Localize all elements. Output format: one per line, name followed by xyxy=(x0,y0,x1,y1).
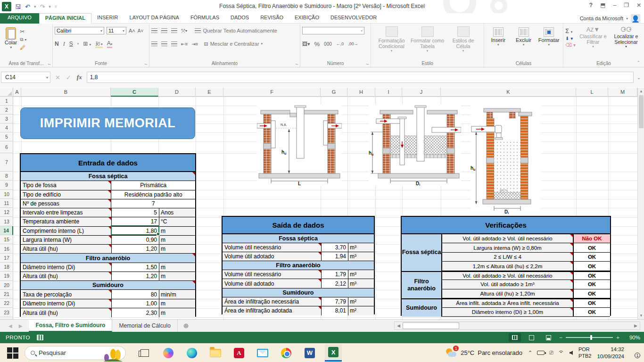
verif-status-ok[interactable]: OK xyxy=(574,243,610,252)
align-middle-icon[interactable] xyxy=(161,28,167,33)
paste-button[interactable]: Colar▾ xyxy=(2,25,20,51)
column-header-K[interactable]: K xyxy=(441,88,576,97)
volume-icon[interactable] xyxy=(570,351,573,355)
entrada-label[interactable]: Tipo de edifício xyxy=(21,190,111,199)
help-icon[interactable]: ? xyxy=(589,2,593,8)
selected-cell-C14[interactable] xyxy=(111,225,159,235)
tray-expand-icon[interactable]: ⌃ xyxy=(528,350,532,356)
underline-button[interactable]: S xyxy=(69,41,73,47)
column-header-D[interactable]: D xyxy=(158,88,196,97)
language-indicator[interactable]: POR PTB2 xyxy=(578,346,592,360)
column-header-L[interactable]: L xyxy=(576,88,608,97)
zoom-in-icon[interactable]: + xyxy=(616,335,619,340)
fill-icon[interactable]: ⬇ ▾ xyxy=(565,36,576,41)
verif-criterion[interactable]: Altura útil (hu) ≥ 1,20m xyxy=(442,289,574,298)
entrada-unit[interactable]: m xyxy=(159,272,195,280)
insert-cells-button[interactable]: Inserir▾ xyxy=(486,27,511,47)
entrada-unit[interactable]: °C xyxy=(159,217,195,226)
wrap-text-button[interactable]: Quebrar Texto Automaticamente xyxy=(195,28,277,33)
row-header-19[interactable]: 19 xyxy=(0,272,13,280)
entrada-label[interactable]: Intervalo entre limpezas xyxy=(21,208,112,217)
fill-color-icon[interactable]: 🝳▾ xyxy=(95,40,103,48)
scroll-right-icon[interactable]: ▶ xyxy=(632,322,640,329)
vertical-scroll-thumb[interactable] xyxy=(639,95,644,128)
sheet-nav-left-icon[interactable]: ◀ xyxy=(8,323,12,329)
row-header-3[interactable]: 3 xyxy=(0,115,13,123)
number-dialog-launcher-icon[interactable]: ⌙ xyxy=(366,62,369,66)
ribbon-tab-arquivo[interactable]: ARQUIVO xyxy=(0,13,39,24)
column-header-H[interactable]: H xyxy=(347,88,375,97)
row-header-5[interactable]: 5 xyxy=(0,132,13,141)
row-header-17[interactable]: 17 xyxy=(0,254,13,263)
battery-icon[interactable] xyxy=(537,351,545,355)
decrease-decimal-icon[interactable]: ,00→ xyxy=(348,41,358,46)
entrada-value[interactable]: 0,90 xyxy=(112,236,159,244)
taskbar-search[interactable]: Pesquisar xyxy=(25,346,126,360)
entrada-value[interactable]: 7 xyxy=(111,199,195,208)
autosum-icon[interactable]: Σ ▾ xyxy=(565,27,576,34)
verif-status-ok[interactable]: OK xyxy=(574,280,610,288)
row-header-18[interactable]: 18 xyxy=(0,263,13,272)
shrink-font-icon[interactable]: A˅ xyxy=(138,28,144,33)
number-format-select[interactable]: ▾ xyxy=(302,27,364,34)
saida-unit[interactable]: m³ xyxy=(348,270,374,279)
verif-criterion[interactable]: Largura interna (W) ≥ 0,80m xyxy=(442,243,574,252)
entrada-unit[interactable]: m xyxy=(159,308,195,317)
verif-criterion[interactable]: Área infilt. adotada ≥ Área infilt. nece… xyxy=(442,299,574,307)
row-header-14[interactable]: 14 xyxy=(0,226,13,235)
column-header-B[interactable]: B xyxy=(21,88,111,97)
verif-status-ok[interactable]: OK xyxy=(574,253,610,261)
entrada-unit[interactable]: Anos xyxy=(159,208,195,217)
zoom-percent[interactable]: 90% xyxy=(624,335,640,340)
expand-formula-bar-icon[interactable]: ⌄ xyxy=(634,75,644,80)
entrada-label[interactable]: Altura útil (hu) xyxy=(21,245,112,253)
saida-unit[interactable]: m³ xyxy=(348,243,374,252)
entrada-value[interactable]: Prismática xyxy=(111,181,195,189)
saida-unit[interactable]: m³ xyxy=(348,279,374,288)
column-header-I[interactable]: I xyxy=(375,88,402,97)
row-header-23[interactable]: 23 xyxy=(0,308,13,317)
entrada-label[interactable]: Temperatura ambiente xyxy=(21,217,112,226)
imprimir-memorial-button[interactable]: IMPRIMIR MEMORIAL xyxy=(20,107,195,139)
start-button[interactable] xyxy=(7,347,19,359)
increase-decimal-icon[interactable]: ←,0 xyxy=(336,41,344,46)
mail-button[interactable] xyxy=(254,345,271,362)
row-header-6[interactable]: 6 xyxy=(0,141,13,153)
font-color-icon[interactable]: A▾ xyxy=(107,40,113,48)
zoom-slider[interactable]: − + xyxy=(560,335,619,340)
saida-unit[interactable]: m² xyxy=(348,306,374,315)
font-size-select[interactable]: 11▾ xyxy=(107,27,126,34)
verif-criterion[interactable]: 1,2m ≤ Altura útil (hu) ≤ 2,2m xyxy=(442,262,574,270)
ribbon-tab-inserir[interactable]: INSERIR xyxy=(91,13,124,24)
row-header-16[interactable]: 16 xyxy=(0,244,13,253)
ribbon-tab-exibição[interactable]: EXIBIÇÃO xyxy=(289,13,325,24)
row-header-21[interactable]: 21 xyxy=(0,290,13,299)
saida-label[interactable]: Volume útil necessário xyxy=(223,243,322,252)
entrada-label[interactable]: Altura útil (hu) xyxy=(21,308,112,317)
sort-filter-button[interactable]: AZ▼ Classificar e Filtrar▾ xyxy=(578,26,608,49)
decrease-indent-icon[interactable]: ⇤≡ xyxy=(181,41,188,47)
copy-icon[interactable]: ⧉ ▾ xyxy=(20,37,26,42)
page-break-view-button[interactable] xyxy=(543,333,555,342)
ribbon-tab-página-inicial[interactable]: PÁGINA INICIAL xyxy=(39,13,91,24)
row-header-4[interactable]: 4 xyxy=(0,123,13,132)
notification-center-button[interactable]: 1 xyxy=(630,349,639,357)
row-header-2[interactable]: 2 xyxy=(0,106,13,115)
ribbon-tab-fórmulas[interactable]: FÓRMULAS xyxy=(185,13,225,24)
entrada-label[interactable]: Altura útil (hu) xyxy=(21,272,112,280)
sheet-nav-right-icon[interactable]: ▶ xyxy=(19,323,23,329)
bold-button[interactable]: N xyxy=(55,41,59,47)
orientation-icon[interactable]: ⤧▾ xyxy=(181,28,187,34)
saida-value[interactable]: 7,79 xyxy=(322,297,348,306)
verif-status-ok[interactable]: OK xyxy=(574,262,610,270)
entrada-value[interactable]: 1,20 xyxy=(112,245,159,253)
entrada-value[interactable]: 5 xyxy=(112,208,159,217)
entrada-label[interactable]: Diâmetro interno (Di) xyxy=(21,263,112,272)
scroll-left-icon[interactable]: ◀ xyxy=(395,322,403,329)
saida-section-filtro-anaeróbio[interactable]: Filtro anaeróbio xyxy=(223,261,374,270)
format-painter-icon[interactable]: 🖉 xyxy=(20,44,26,51)
verif-status-ok[interactable]: OK xyxy=(574,308,610,316)
conditional-formatting-button[interactable]: Formatação Condicional▾ xyxy=(375,26,409,53)
saida-label[interactable]: Volume útil necessário xyxy=(223,270,322,279)
normal-view-button[interactable] xyxy=(509,333,521,342)
